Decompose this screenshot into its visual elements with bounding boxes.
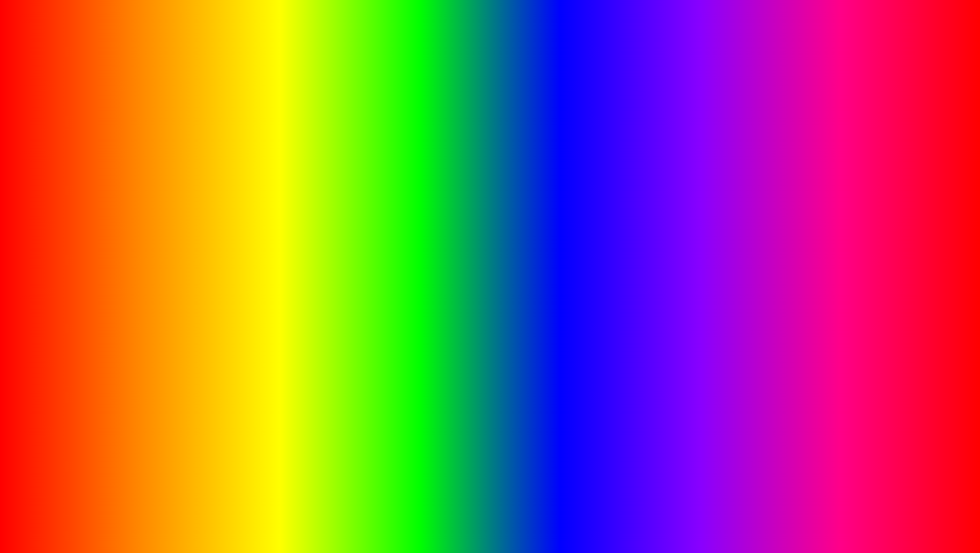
quest-icon: 📋 bbox=[42, 211, 49, 218]
r-shop-icon: 🛒 bbox=[707, 296, 714, 303]
auto-farm-fruit-mastery-toggle[interactable] bbox=[253, 169, 272, 179]
panel-left-body: 👤 • User 🏠 • Home ⚙ • Setting 📋 • Quest … bbox=[37, 162, 278, 281]
r-sidebar-stats[interactable]: 📊 • Stats bbox=[702, 222, 773, 236]
auto-farm-level-toggle[interactable] bbox=[919, 219, 937, 228]
sidebar-item-teleport[interactable]: 📍 • Teleport bbox=[37, 264, 108, 279]
auto-farm-mob-toggle[interactable] bbox=[253, 247, 272, 256]
select-weapon-row: ℜ Select Weapon Melee bbox=[777, 166, 939, 181]
r-racev4-icon: 🔵 bbox=[707, 239, 714, 247]
character-svg bbox=[434, 269, 546, 482]
chest-area bbox=[25, 381, 127, 482]
farm-mode-label: Farm Mode bbox=[788, 186, 816, 192]
title-container: BLOX FRUITS bbox=[0, 10, 980, 91]
panel-left-content: ℜ Auto Farm Fruit Mastery ℜ Auto Farm Gu… bbox=[108, 162, 278, 281]
select-weapon-value[interactable]: Melee bbox=[910, 169, 937, 179]
farm-mode-icon: ℜ bbox=[779, 185, 785, 192]
auto-farm-mob-label: Auto Farm Mob bbox=[114, 248, 153, 254]
auto-farm-gun-mastery-row: ℜ Auto Farm Gun Mastery bbox=[112, 182, 274, 198]
select-mob-label: Select Mob bbox=[114, 233, 142, 239]
r-sidebar-raid[interactable]: 🏆 • Raid bbox=[702, 264, 773, 279]
auto-farm-sword-mastery-toggle[interactable] bbox=[253, 201, 272, 210]
quest-status: [Quest] : TikiQuest2 | [Level] : 2 bbox=[777, 206, 939, 216]
mastery-farm-section: >>> Mastery Farm <<< bbox=[777, 250, 939, 261]
auto-farm-level-row: ℜ Auto Farm Level bbox=[777, 216, 939, 232]
r-sidebar-shop[interactable]: 🛒 • Shop bbox=[702, 293, 773, 307]
text-farm: FARM bbox=[203, 473, 372, 538]
r-teleport-icon: 📍 bbox=[707, 282, 714, 289]
r-combat-icon: ⚔ bbox=[707, 254, 712, 261]
r-sidebar-teleport[interactable]: 📍 • Teleport bbox=[702, 279, 773, 293]
svg-rect-5 bbox=[494, 420, 505, 456]
r-home-icon: 🏠 bbox=[707, 183, 714, 190]
r-sidebar-combat[interactable]: ⚔ • Combat bbox=[702, 250, 773, 264]
r-quest-icon: 📋 bbox=[707, 211, 714, 218]
auto-farm-gun-mastery-toggle[interactable] bbox=[253, 185, 272, 194]
auto-farm-mob-row: Auto Farm Mob bbox=[112, 244, 274, 259]
auto-farm-level-label: Auto Farm Level bbox=[788, 221, 829, 227]
chest-svg bbox=[25, 381, 127, 482]
stats-icon: 📊 bbox=[42, 225, 49, 232]
sidebar-item-stats[interactable]: 📊 • Stats bbox=[37, 222, 108, 236]
raid-icon: 🏆 bbox=[42, 254, 49, 261]
text-pastebin: PASTEBIN bbox=[568, 479, 808, 532]
panel-right-header: RELZ HUB | Blox Fruits [ Beta ] 07/11/20… bbox=[702, 148, 943, 162]
panel-right-date: 07/11/2023 - 04:53:20 PM [ ID ] bbox=[861, 152, 938, 158]
r-sidebar-home[interactable]: 🏠 • Home bbox=[702, 179, 773, 193]
r-user-icon: 👤 bbox=[707, 168, 714, 176]
sidebar-item-home[interactable]: 🏠 • Home bbox=[37, 179, 108, 193]
auto-kaitan-toggle[interactable] bbox=[919, 235, 937, 244]
panel-right-content: ℜ Select Weapon Melee ℜ Farm Mode Normal… bbox=[773, 162, 943, 309]
r-raid-icon: 🏆 bbox=[707, 268, 714, 275]
panel-right: RELZ HUB | Blox Fruits [ Beta ] 07/11/20… bbox=[701, 147, 944, 310]
r-setting-icon: ⚙ bbox=[707, 197, 712, 204]
r-stats-icon: 📊 bbox=[707, 225, 714, 232]
r-sidebar-setting[interactable]: ⚙ • Setting bbox=[702, 193, 773, 208]
auto-farm-fruit-mastery-row: ℜ Auto Farm Fruit Mastery bbox=[112, 166, 274, 182]
farm-mode-row: ℜ Farm Mode Normal bbox=[777, 181, 939, 196]
sidebar-item-quest[interactable]: 📋 • Quest bbox=[37, 208, 108, 222]
auto-farm-fruit-mastery-label: Auto Farm Fruit Mastery bbox=[122, 171, 183, 177]
panel-left-date: 07/11/2023 - 04:54:36 PM [ ID ] bbox=[195, 152, 273, 158]
auto-kaitan-row: ℜ Auto Kaitan bbox=[777, 232, 939, 248]
sidebar-item-combat[interactable]: ⚔ • Combat bbox=[37, 236, 108, 250]
sidebar-item-raid[interactable]: 🏆 • Raid bbox=[37, 250, 108, 264]
monster-status: [Monster] : Isle Champion bbox=[777, 196, 939, 206]
svg-rect-3 bbox=[479, 340, 501, 349]
panel-right-sidebar: 👤 • User 🏠 • Home ⚙ • Setting 📋 • Quest … bbox=[702, 162, 773, 309]
select-mob-row: Select Mob Select Items.. bbox=[112, 229, 274, 244]
logo-fruits: FRUITS bbox=[871, 514, 948, 538]
svg-rect-10 bbox=[63, 444, 89, 448]
fruit-mastery-icon: ℜ bbox=[114, 170, 120, 178]
r-sidebar-racev4[interactable]: 🔵 • RaceV4 bbox=[702, 236, 773, 250]
auto-kaitan-icon: ℜ bbox=[779, 236, 785, 244]
auto-farm-sword-mastery-row: ℜ Auto Farm Sword Mastery bbox=[112, 198, 274, 214]
panel-right-title: RELZ HUB | Blox Fruits [ Beta ] bbox=[707, 151, 806, 159]
teleport-icon: 📍 bbox=[42, 268, 49, 275]
select-weapon-label: Select Weapon bbox=[788, 171, 825, 177]
sidebar-item-user[interactable]: 👤 • User bbox=[37, 165, 108, 179]
text-auto: AUTO bbox=[25, 473, 193, 538]
r-sidebar-quest[interactable]: 📋 • Quest bbox=[702, 208, 773, 222]
gun-mastery-icon: ℜ bbox=[114, 186, 120, 194]
panel-right-body: 👤 • User 🏠 • Home ⚙ • Setting 📋 • Quest … bbox=[702, 162, 943, 309]
auto-farm-level-icon: ℜ bbox=[779, 220, 785, 228]
setting-icon: ⚙ bbox=[42, 197, 47, 204]
combat-icon: ⚔ bbox=[42, 239, 47, 247]
home-icon: 🏠 bbox=[42, 183, 49, 190]
character-area bbox=[414, 228, 566, 482]
sword-mastery-icon: ℜ bbox=[114, 202, 120, 210]
auto-kaitan-label: Auto Kaitan bbox=[788, 236, 816, 243]
chest-farm-section: >>> Chest Farm <<< bbox=[112, 261, 274, 272]
sidebar-item-setting[interactable]: ⚙ • Setting bbox=[37, 193, 108, 208]
r-sidebar-user[interactable]: 👤 • User bbox=[702, 165, 773, 179]
select-mob-button[interactable]: Select Items.. bbox=[230, 231, 272, 241]
auto-farm-gun-mastery-label: Auto Farm Gun Mastery bbox=[122, 187, 182, 193]
bottom-text: AUTO FARM SCRIPT PASTEBIN bbox=[25, 473, 808, 538]
svg-rect-4 bbox=[475, 420, 486, 456]
user-icon: 👤 bbox=[42, 168, 49, 176]
farm-mode-value[interactable]: Normal bbox=[907, 184, 937, 193]
svg-point-6 bbox=[480, 375, 500, 391]
blox-fruits-logo: BL☠X FRUITS bbox=[859, 483, 960, 545]
panel-left-sidebar: 👤 • User 🏠 • Home ⚙ • Setting 📋 • Quest … bbox=[37, 162, 108, 281]
panel-left-title: RELZ HUB | Blox Fruits [ Beta ] bbox=[42, 151, 141, 159]
